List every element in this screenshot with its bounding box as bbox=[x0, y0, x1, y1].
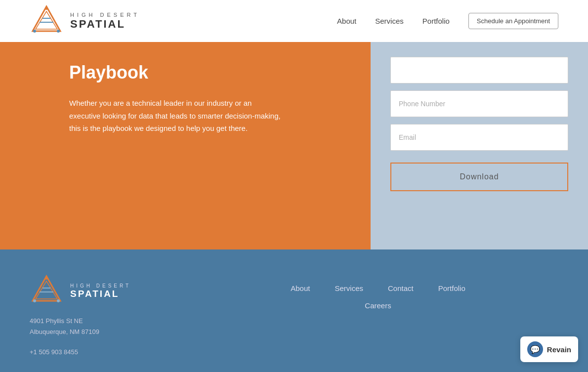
footer-address: 4901 Phyllis St NE Albuquerque, NM 87109 bbox=[30, 316, 168, 337]
footer-nav-row2: Careers bbox=[365, 301, 391, 310]
footer-nav-careers[interactable]: Careers bbox=[365, 301, 391, 310]
logo-bottom: SPATIAL bbox=[70, 18, 140, 30]
svg-point-11 bbox=[45, 277, 48, 280]
svg-point-6 bbox=[57, 30, 60, 33]
footer-address-line2: Albuquerque, NM 87109 bbox=[30, 327, 168, 337]
nav-links: About Services Portfolio Schedule an App… bbox=[337, 13, 558, 29]
footer-nav-about[interactable]: About bbox=[291, 284, 310, 292]
nav-portfolio[interactable]: Portfolio bbox=[422, 17, 450, 25]
section-body: Whether you are a technical leader in ou… bbox=[69, 97, 282, 135]
form-panel: Download bbox=[371, 42, 588, 249]
footer-address-line1: 4901 Phyllis St NE bbox=[30, 316, 168, 327]
navbar: HIGH DESERT SPATIAL About Services Portf… bbox=[0, 0, 588, 42]
email-input[interactable] bbox=[390, 124, 568, 151]
phone-input[interactable] bbox=[390, 90, 568, 117]
logo-top: HIGH DESERT bbox=[70, 12, 140, 18]
left-content: Playbook Whether you are a technical lea… bbox=[0, 42, 371, 249]
revain-label: Revain bbox=[547, 345, 571, 354]
schedule-button[interactable]: Schedule an Appointment bbox=[468, 13, 558, 29]
section-heading: Playbook bbox=[69, 62, 341, 83]
download-button[interactable]: Download bbox=[390, 163, 568, 191]
nav-services[interactable]: Services bbox=[375, 17, 404, 25]
nav-about[interactable]: About bbox=[337, 17, 356, 25]
footer-nav-portfolio[interactable]: Portfolio bbox=[438, 284, 465, 292]
footer-phone: +1 505 903 8455 bbox=[30, 348, 168, 356]
logo: HIGH DESERT SPATIAL bbox=[30, 4, 140, 38]
footer-left: HIGH DESERT SPATIAL 4901 Phyllis St NE A… bbox=[30, 274, 168, 356]
footer-logo-top: HIGH DESERT bbox=[70, 283, 131, 289]
svg-point-5 bbox=[33, 30, 36, 33]
svg-point-12 bbox=[33, 299, 36, 302]
main-section: Playbook Whether you are a technical lea… bbox=[0, 42, 588, 249]
footer: HIGH DESERT SPATIAL 4901 Phyllis St NE A… bbox=[0, 249, 588, 372]
revain-widget[interactable]: 💬 Revain bbox=[520, 336, 578, 362]
footer-logo-icon bbox=[30, 274, 63, 308]
svg-point-13 bbox=[57, 299, 60, 302]
footer-nav-services[interactable]: Services bbox=[335, 284, 363, 292]
footer-nav-contact[interactable]: Contact bbox=[388, 284, 414, 292]
footer-right: About Services Contact Portfolio Careers bbox=[198, 274, 558, 310]
revain-icon: 💬 bbox=[527, 341, 543, 357]
name-input[interactable] bbox=[390, 57, 568, 83]
footer-logo-bottom: SPATIAL bbox=[70, 289, 131, 299]
footer-logo: HIGH DESERT SPATIAL bbox=[30, 274, 168, 308]
logo-text: HIGH DESERT SPATIAL bbox=[70, 12, 140, 31]
footer-nav-row1: About Services Contact Portfolio bbox=[291, 284, 465, 292]
footer-logo-text: HIGH DESERT SPATIAL bbox=[70, 283, 131, 299]
footer-top: HIGH DESERT SPATIAL 4901 Phyllis St NE A… bbox=[30, 274, 558, 356]
svg-point-4 bbox=[45, 7, 48, 10]
logo-icon bbox=[30, 4, 63, 38]
